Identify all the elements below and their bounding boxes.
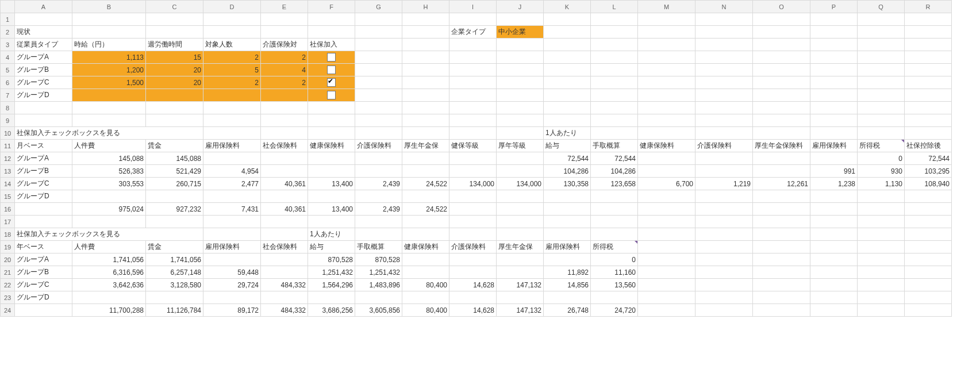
cell[interactable]: 521,429 bbox=[146, 165, 203, 178]
cell[interactable] bbox=[544, 13, 591, 26]
col-header[interactable]: D bbox=[203, 1, 261, 13]
cell[interactable] bbox=[905, 216, 952, 228]
cell-input[interactable]: 2 bbox=[261, 51, 308, 64]
cell-checkbox[interactable] bbox=[308, 89, 355, 102]
cell[interactable] bbox=[695, 228, 753, 241]
cell-input[interactable]: 20 bbox=[146, 64, 203, 76]
cell-checkbox[interactable] bbox=[308, 64, 355, 76]
cell[interactable] bbox=[72, 216, 146, 228]
cell[interactable] bbox=[355, 291, 402, 304]
cell[interactable] bbox=[695, 102, 753, 114]
cell[interactable] bbox=[695, 304, 753, 317]
cell[interactable]: 3,686,256 bbox=[308, 304, 355, 317]
cell-header[interactable]: 給与 bbox=[544, 140, 591, 152]
cell[interactable] bbox=[905, 39, 952, 51]
col-header[interactable]: I bbox=[449, 1, 497, 13]
cell[interactable] bbox=[858, 26, 905, 39]
cell[interactable] bbox=[261, 102, 308, 114]
cell[interactable]: 1,251,432 bbox=[308, 266, 355, 279]
cell[interactable] bbox=[355, 13, 402, 26]
col-header[interactable]: A bbox=[15, 1, 72, 13]
cell[interactable] bbox=[638, 64, 695, 76]
cell[interactable]: 147,132 bbox=[497, 304, 544, 317]
cell[interactable] bbox=[905, 279, 952, 291]
cell[interactable]: 6,700 bbox=[638, 178, 695, 190]
cell[interactable] bbox=[544, 51, 591, 64]
cell[interactable]: 260,715 bbox=[146, 178, 203, 190]
cell[interactable] bbox=[638, 228, 695, 241]
col-header[interactable]: C bbox=[146, 1, 203, 13]
checkbox-icon[interactable] bbox=[327, 66, 336, 74]
cell[interactable] bbox=[497, 216, 544, 228]
cell-header[interactable]: 雇用保険料 bbox=[810, 140, 858, 152]
cell[interactable] bbox=[695, 13, 753, 26]
cell[interactable] bbox=[858, 266, 905, 279]
cell[interactable] bbox=[753, 253, 810, 266]
cell[interactable] bbox=[72, 13, 146, 26]
cell[interactable]: 134,000 bbox=[449, 178, 497, 190]
cell[interactable]: 12,261 bbox=[753, 178, 810, 190]
row-header[interactable]: 14 bbox=[1, 178, 15, 190]
cell[interactable] bbox=[203, 127, 261, 140]
cell[interactable] bbox=[544, 203, 591, 216]
cell[interactable]: グループD bbox=[15, 291, 72, 304]
cell[interactable] bbox=[638, 190, 695, 203]
cell[interactable] bbox=[355, 26, 402, 39]
cell[interactable] bbox=[261, 165, 308, 178]
cell[interactable] bbox=[497, 89, 544, 102]
cell[interactable]: 24,522 bbox=[402, 203, 449, 216]
cell[interactable] bbox=[146, 190, 203, 203]
cell-input[interactable] bbox=[261, 89, 308, 102]
cell[interactable]: 89,172 bbox=[203, 304, 261, 317]
cell[interactable] bbox=[355, 39, 402, 51]
col-header[interactable]: E bbox=[261, 1, 308, 13]
col-header[interactable]: N bbox=[695, 1, 753, 13]
cell[interactable]: 1,238 bbox=[810, 178, 858, 190]
cell[interactable]: 1,130 bbox=[858, 178, 905, 190]
cell[interactable] bbox=[753, 228, 810, 241]
cell[interactable] bbox=[905, 102, 952, 114]
cell[interactable]: 3,128,580 bbox=[146, 279, 203, 291]
cell-header[interactable]: 厚生年金保険料 bbox=[753, 140, 810, 152]
cell[interactable] bbox=[402, 13, 449, 26]
cell[interactable]: 13,400 bbox=[308, 178, 355, 190]
cell[interactable] bbox=[858, 51, 905, 64]
cell[interactable] bbox=[72, 291, 146, 304]
row-header[interactable]: 4 bbox=[1, 51, 15, 64]
cell[interactable]: 870,528 bbox=[308, 253, 355, 266]
cell[interactable] bbox=[638, 203, 695, 216]
cell[interactable] bbox=[753, 279, 810, 291]
cell-header[interactable]: 週労働時間 bbox=[146, 39, 203, 51]
cell[interactable] bbox=[544, 291, 591, 304]
cell[interactable]: 14,856 bbox=[544, 279, 591, 291]
cell[interactable] bbox=[449, 165, 497, 178]
cell[interactable]: 104,286 bbox=[591, 165, 638, 178]
row-header[interactable]: 17 bbox=[1, 216, 15, 228]
cell[interactable] bbox=[308, 152, 355, 165]
cell[interactable]: 0 bbox=[591, 253, 638, 266]
cell[interactable] bbox=[203, 216, 261, 228]
cell-header[interactable]: 厚生年金保 bbox=[402, 140, 449, 152]
cell-note[interactable]: 1人あたり bbox=[308, 228, 355, 241]
cell[interactable] bbox=[753, 152, 810, 165]
cell[interactable] bbox=[449, 51, 497, 64]
cell[interactable] bbox=[203, 102, 261, 114]
cell[interactable] bbox=[591, 39, 638, 51]
cell-input[interactable]: 20 bbox=[146, 76, 203, 89]
cell[interactable] bbox=[753, 203, 810, 216]
cell[interactable]: 1,251,432 bbox=[355, 266, 402, 279]
cell[interactable] bbox=[449, 39, 497, 51]
cell[interactable] bbox=[203, 13, 261, 26]
cell[interactable] bbox=[638, 216, 695, 228]
cell-input[interactable]: 4 bbox=[261, 64, 308, 76]
cell[interactable] bbox=[858, 39, 905, 51]
cell[interactable]: 40,361 bbox=[261, 203, 308, 216]
cell[interactable] bbox=[497, 203, 544, 216]
cell[interactable] bbox=[905, 203, 952, 216]
cell[interactable]: 975,024 bbox=[72, 203, 146, 216]
cell[interactable] bbox=[402, 64, 449, 76]
col-header[interactable]: L bbox=[591, 1, 638, 13]
cell[interactable] bbox=[146, 216, 203, 228]
row-header[interactable]: 1 bbox=[1, 13, 15, 26]
cell[interactable] bbox=[355, 76, 402, 89]
